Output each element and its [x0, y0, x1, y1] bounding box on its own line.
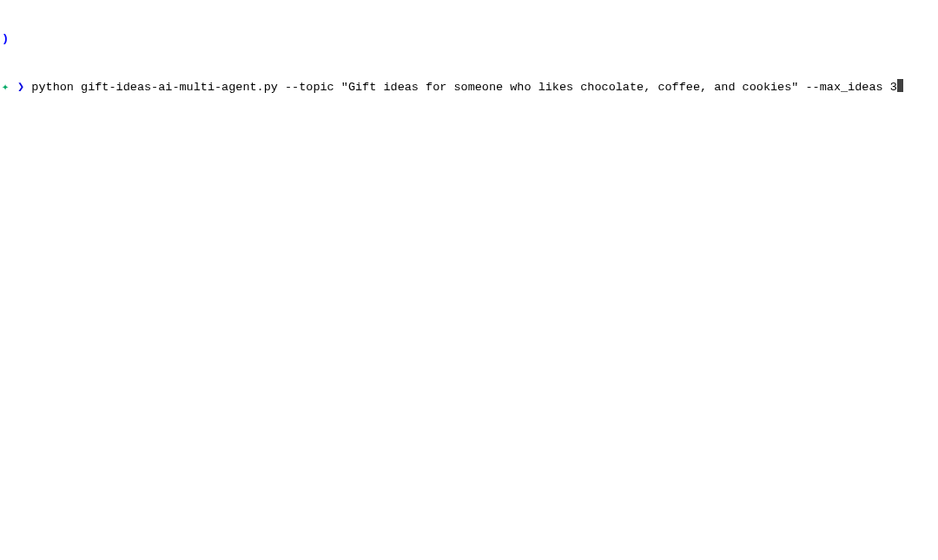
paren-close: ): [2, 32, 9, 45]
prev-output-line: ): [2, 31, 936, 47]
prompt-line[interactable]: ✦ ❯ python gift-ideas-ai-multi-agent.py …: [2, 79, 936, 96]
prompt-status-icon: ✦: [2, 80, 10, 96]
prompt-arrow-icon: ❯: [17, 80, 24, 96]
terminal-viewport[interactable]: ) ✦ ❯ python gift-ideas-ai-multi-agent.p…: [0, 0, 938, 112]
command-input[interactable]: python gift-ideas-ai-multi-agent.py --to…: [31, 81, 896, 94]
text-cursor: [897, 79, 903, 92]
